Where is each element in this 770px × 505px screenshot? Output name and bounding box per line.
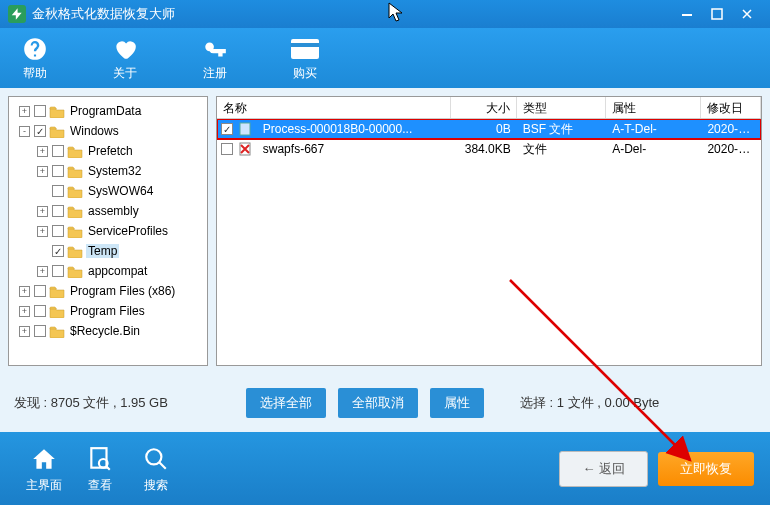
list-row[interactable]: ✓Process-000018B0-00000...0BBSF 文件A-T-De… <box>217 119 761 139</box>
tree-item[interactable]: +Program Files (x86) <box>11 281 205 301</box>
file-list: 名称 大小 类型 属性 修改日期 ✓Process-000018B0-00000… <box>216 96 762 366</box>
back-button[interactable]: ← 返回 <box>559 451 648 487</box>
tree-item[interactable]: ✓Temp <box>11 241 205 261</box>
tree-item[interactable]: +ProgramData <box>11 101 205 121</box>
tree-checkbox[interactable] <box>34 325 46 337</box>
home-icon <box>31 444 57 474</box>
heart-icon <box>112 35 138 63</box>
tree-label: SysWOW64 <box>86 184 155 198</box>
tree-toggle[interactable]: + <box>37 166 48 177</box>
about-label: 关于 <box>113 65 137 82</box>
tree-checkbox[interactable]: ✓ <box>34 125 46 137</box>
tree-item[interactable]: +Program Files <box>11 301 205 321</box>
tree-toggle[interactable]: + <box>19 306 30 317</box>
tree-item[interactable]: +System32 <box>11 161 205 181</box>
properties-button[interactable]: 属性 <box>430 388 484 418</box>
col-size[interactable]: 大小 <box>451 97 517 118</box>
tree-label: Program Files <box>68 304 147 318</box>
svg-rect-4 <box>240 123 250 135</box>
tree-label: ProgramData <box>68 104 143 118</box>
view-button[interactable]: 查看 <box>72 444 128 494</box>
minimize-button[interactable] <box>672 4 702 24</box>
tree-toggle[interactable]: + <box>37 226 48 237</box>
tree-checkbox[interactable] <box>34 105 46 117</box>
tree-label: $Recycle.Bin <box>68 324 142 338</box>
about-button[interactable]: 关于 <box>100 35 150 82</box>
tree-item[interactable]: +ServiceProfiles <box>11 221 205 241</box>
row-checkbox[interactable]: ✓ <box>221 123 233 135</box>
search-button[interactable]: 搜索 <box>128 444 184 494</box>
close-button[interactable] <box>732 4 762 24</box>
tree-checkbox[interactable] <box>52 265 64 277</box>
list-row[interactable]: swapfs-667384.0KB文件A-Del-2020-11- <box>217 139 761 159</box>
titlebar: 金秋格式化数据恢复大师 <box>0 0 770 28</box>
tree-label: System32 <box>86 164 143 178</box>
found-label: 发现 : 8705 文件 , 1.95 GB <box>14 394 168 412</box>
svg-rect-2 <box>291 39 319 59</box>
tree-checkbox[interactable] <box>34 285 46 297</box>
tree-label: assembly <box>86 204 141 218</box>
register-label: 注册 <box>203 65 227 82</box>
tree-item[interactable]: -✓Windows <box>11 121 205 141</box>
register-button[interactable]: 注册 <box>190 35 240 82</box>
app-logo <box>8 5 26 23</box>
app-title: 金秋格式化数据恢复大师 <box>32 5 175 23</box>
tree-checkbox[interactable] <box>52 225 64 237</box>
tree-checkbox[interactable] <box>34 305 46 317</box>
main-area: +ProgramData-✓Windows+Prefetch+System32S… <box>0 88 770 374</box>
status-bar: 发现 : 8705 文件 , 1.95 GB 选择全部 全部取消 属性 选择 :… <box>0 374 770 432</box>
help-button[interactable]: 帮助 <box>10 35 60 82</box>
list-body[interactable]: ✓Process-000018B0-00000...0BBSF 文件A-T-De… <box>217 119 761 365</box>
card-icon <box>290 35 320 63</box>
help-label: 帮助 <box>23 65 47 82</box>
select-all-button[interactable]: 选择全部 <box>246 388 326 418</box>
top-toolbar: 帮助 关于 注册 购买 <box>0 28 770 88</box>
cell-attr: A-Del- <box>606 142 701 156</box>
row-checkbox[interactable] <box>221 143 233 155</box>
tree-checkbox[interactable] <box>52 205 64 217</box>
file-icon <box>237 122 253 136</box>
file-icon <box>237 142 253 156</box>
tree-label: ServiceProfiles <box>86 224 170 238</box>
tree-checkbox[interactable]: ✓ <box>52 245 64 257</box>
buy-label: 购买 <box>293 65 317 82</box>
key-icon <box>202 35 228 63</box>
tree-toggle[interactable]: + <box>37 146 48 157</box>
svg-point-8 <box>146 449 161 464</box>
tree-item[interactable]: +Prefetch <box>11 141 205 161</box>
tree-toggle[interactable]: + <box>37 206 48 217</box>
cell-name: swapfs-667 <box>257 142 451 156</box>
col-name[interactable]: 名称 <box>217 97 451 118</box>
tree-label: Temp <box>86 244 119 258</box>
tree-checkbox[interactable] <box>52 185 64 197</box>
search-icon <box>143 444 169 474</box>
tree-toggle[interactable]: + <box>19 106 30 117</box>
col-attr[interactable]: 属性 <box>606 97 701 118</box>
selected-label: 选择 : 1 文件 , 0.00 Byte <box>520 394 659 412</box>
tree-toggle[interactable]: + <box>19 326 30 337</box>
buy-button[interactable]: 购买 <box>280 35 330 82</box>
tree-item[interactable]: +$Recycle.Bin <box>11 321 205 341</box>
home-button[interactable]: 主界面 <box>16 444 72 494</box>
tree-checkbox[interactable] <box>52 145 64 157</box>
folder-tree[interactable]: +ProgramData-✓Windows+Prefetch+System32S… <box>8 96 208 366</box>
cell-size: 384.0KB <box>451 142 517 156</box>
tree-checkbox[interactable] <box>52 165 64 177</box>
tree-item[interactable]: +appcompat <box>11 261 205 281</box>
tree-toggle[interactable]: - <box>19 126 30 137</box>
cell-type: BSF 文件 <box>517 121 606 138</box>
tree-toggle[interactable]: + <box>19 286 30 297</box>
tree-item[interactable]: SysWOW64 <box>11 181 205 201</box>
maximize-button[interactable] <box>702 4 732 24</box>
help-icon <box>22 35 48 63</box>
cell-date: 2020-11- <box>701 122 761 136</box>
deselect-all-button[interactable]: 全部取消 <box>338 388 418 418</box>
tree-toggle[interactable]: + <box>37 266 48 277</box>
col-date[interactable]: 修改日期 <box>701 97 761 118</box>
recover-button[interactable]: 立即恢复 <box>658 452 754 486</box>
tree-item[interactable]: +assembly <box>11 201 205 221</box>
tree-label: Prefetch <box>86 144 135 158</box>
cell-attr: A-T-Del- <box>606 122 701 136</box>
list-header: 名称 大小 类型 属性 修改日期 <box>217 97 761 119</box>
col-type[interactable]: 类型 <box>517 97 606 118</box>
